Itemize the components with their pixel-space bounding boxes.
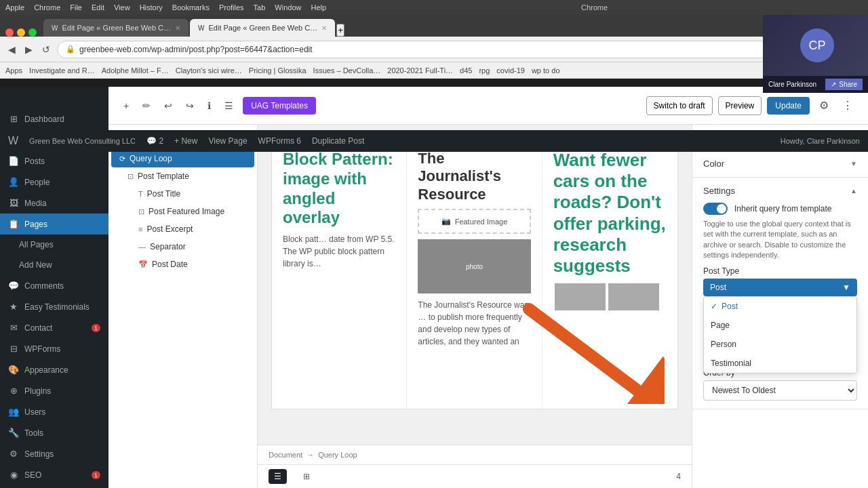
dropdown-item-post[interactable]: ✓ Post — [704, 297, 856, 316]
sidebar-item-all-pages[interactable]: All Pages — [0, 235, 108, 255]
browser-tab-1[interactable]: W Edit Page « Green Bee Web C… ✕ — [43, 19, 189, 37]
sidebar-item-wpforms[interactable]: ⊟ WPForms — [0, 338, 108, 359]
tab-menu[interactable]: Tab — [254, 3, 266, 12]
post-type-menu: ✓ Post Page Person Testimo — [703, 296, 857, 373]
grid-view-toggle[interactable]: ⊞ — [298, 469, 315, 484]
tab-2-label: Edit Page « Green Bee Web C… — [209, 24, 318, 32]
sidebar-item-plugins[interactable]: ⊕ Plugins — [0, 380, 108, 401]
sidebar-item-people[interactable]: 👤 People — [0, 171, 108, 192]
wp-logo[interactable]: W — [8, 135, 18, 147]
details-button[interactable]: ℹ — [203, 96, 215, 115]
maximize-button[interactable] — [28, 28, 37, 37]
sidebar-item-comments[interactable]: 💬 Comments — [0, 275, 108, 296]
sidebar-item-settings[interactable]: ⚙ Settings — [0, 443, 108, 464]
list-item-post-featured-image[interactable]: ⊡ Post Featured Image — [108, 203, 257, 220]
list-item-post-date[interactable]: 📅 Post Date — [108, 256, 257, 273]
sidebar-item-contact[interactable]: ✉ Contact — [0, 317, 108, 338]
inherit-query-toggle[interactable] — [703, 203, 728, 215]
contact-icon: ✉ — [8, 323, 19, 333]
history-menu[interactable]: History — [140, 3, 163, 12]
sidebar-item-seo[interactable]: ◉ SEO 1 — [0, 464, 108, 485]
browser-tab-2[interactable]: W Edit Page « Green Bee Web C… ✕ — [190, 19, 335, 37]
new-bar-item[interactable]: + New — [174, 136, 197, 146]
sidebar-item-wordfence[interactable]: 🛡 Wordfence 1 — [0, 485, 108, 488]
color-chevron-icon: ▼ — [850, 160, 857, 167]
apple-menu[interactable]: Apple — [5, 3, 24, 12]
tab-1-close[interactable]: ✕ — [175, 24, 180, 32]
view-page-bar-item[interactable]: View Page — [208, 136, 247, 146]
file-menu[interactable]: File — [70, 3, 82, 12]
plugins-icon: ⊕ — [8, 386, 19, 396]
canvas-content: Block Pattern: image with angled overlay… — [271, 138, 678, 409]
wp-site-name[interactable]: Green Bee Web Consulting LLC — [29, 137, 136, 145]
list-view-toggle[interactable]: ☰ — [269, 469, 287, 484]
url-bar[interactable]: 🔒 greenbee-web.com/wp-admin/post.php?pos… — [57, 41, 804, 58]
sidebar-label-posts: Posts — [24, 157, 45, 166]
sidebar-item-add-new[interactable]: Add New — [0, 255, 108, 275]
edit-menu[interactable]: Edit — [92, 3, 104, 12]
tab-2-close[interactable]: ✕ — [321, 24, 327, 32]
share-button[interactable]: ↗ Share — [825, 79, 863, 90]
mac-menu[interactable]: Apple Chrome File Edit View History Book… — [5, 3, 326, 12]
bookmarks-menu[interactable]: Bookmarks — [172, 3, 210, 12]
list-item-post-title[interactable]: T Post Title — [108, 185, 257, 203]
wpforms-bar-item[interactable]: WPForms 6 — [258, 136, 301, 146]
dropdown-item-person[interactable]: Person — [704, 335, 856, 354]
help-menu[interactable]: Help — [311, 3, 326, 12]
preview-button[interactable]: Preview — [718, 96, 762, 115]
breadcrumb-document[interactable]: Document — [269, 451, 302, 459]
canvas-area[interactable]: Block Pattern: image with angled overlay… — [258, 125, 692, 445]
duplicate-bar-item[interactable]: Duplicate Post — [312, 136, 364, 146]
minimize-button[interactable] — [17, 28, 25, 37]
chrome-menu[interactable]: Chrome — [34, 3, 60, 12]
list-view-button[interactable]: ☰ — [220, 96, 237, 115]
switch-draft-button[interactable]: Switch to draft — [646, 96, 713, 115]
list-view-panel: List view ✕ ⟳ Query Loop ⊡ Post Template — [108, 125, 258, 488]
add-block-button[interactable]: + — [119, 96, 133, 115]
refresh-button[interactable]: ↺ — [39, 43, 53, 56]
camera-icon: 📷 — [441, 217, 451, 226]
list-item-post-template[interactable]: ⊡ Post Template — [108, 167, 257, 185]
color-section-header[interactable]: Color ▼ — [703, 159, 857, 169]
sidebar-item-users[interactable]: 👥 Users — [0, 401, 108, 422]
featured-image-box[interactable]: 📷 Featured Image — [418, 209, 530, 234]
forward-button[interactable]: ▶ — [22, 43, 35, 56]
post-type-dropdown[interactable]: Post ▼ ✓ Post Page — [703, 279, 857, 296]
post-type-label: Post Type — [703, 266, 857, 276]
breadcrumb-query-loop[interactable]: Query Loop — [318, 451, 357, 459]
order-by-select[interactable]: Newest To Oldest Oldest To Newest — [703, 380, 857, 401]
col3-image-2 — [608, 283, 659, 310]
settings-panel-button[interactable]: ⚙ — [815, 95, 833, 116]
sidebar-item-media[interactable]: 🖼 Media — [0, 192, 108, 214]
comments-bar-item[interactable]: 💬 2 — [146, 136, 163, 146]
redo-button[interactable]: ↪ — [182, 96, 198, 115]
sidebar-item-dashboard[interactable]: ⊞ Dashboard — [0, 108, 108, 129]
update-button[interactable]: Update — [767, 97, 810, 115]
tools-button[interactable]: ✏ — [138, 96, 155, 115]
close-button[interactable] — [5, 28, 14, 37]
uag-templates-button[interactable]: UAG Templates — [243, 97, 316, 115]
undo-button[interactable]: ↩ — [160, 96, 176, 115]
add-tab-button[interactable]: + — [336, 24, 344, 37]
back-button[interactable]: ◀ — [5, 43, 18, 56]
list-item-query-loop[interactable]: ⟳ Query Loop — [111, 150, 254, 167]
view-menu[interactable]: View — [114, 3, 130, 12]
sidebar-label-users: Users — [24, 407, 45, 417]
dashboard-icon: ⊞ — [8, 114, 19, 124]
dropdown-item-page[interactable]: Page — [704, 316, 856, 335]
sidebar-item-testimonials[interactable]: ★ Easy Testimonials — [0, 296, 108, 317]
profiles-menu[interactable]: Profiles — [219, 3, 244, 12]
window-menu[interactable]: Window — [275, 3, 301, 12]
list-item-separator[interactable]: — Separator — [108, 238, 257, 256]
sidebar-item-tools[interactable]: 🔧 Tools — [0, 422, 108, 443]
mac-title: Chrome — [581, 3, 608, 12]
comments-icon: 💬 — [8, 281, 19, 291]
sidebar-item-pages[interactable]: 📋 Pages — [0, 214, 108, 235]
dropdown-item-testimonial[interactable]: Testimonial — [704, 354, 856, 373]
settings-section-header[interactable]: Settings ▲ — [703, 186, 857, 196]
list-item-post-excerpt[interactable]: ≡ Post Excerpt — [108, 220, 257, 238]
more-options-button[interactable]: ⋮ — [838, 95, 857, 116]
sidebar-item-appearance[interactable]: 🎨 Appearance — [0, 359, 108, 380]
sidebar-item-posts[interactable]: 📄 Posts — [0, 150, 108, 171]
post-type-selected[interactable]: Post ▼ — [703, 279, 857, 296]
